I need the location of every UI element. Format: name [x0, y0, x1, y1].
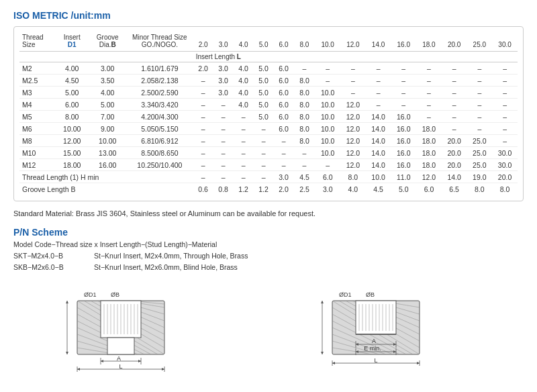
table-cell: – — [294, 159, 315, 171]
thread-length-cell: 20.0 — [492, 171, 518, 183]
table-cell: 12.0 — [340, 123, 366, 135]
table-cell: – — [391, 75, 416, 87]
table-cell: 12.0 — [340, 111, 366, 123]
table-cell: – — [315, 159, 340, 171]
table-cell: – — [254, 135, 274, 147]
table-row: M35.004.002.500/2.590–3.04.05.06.08.010.… — [19, 87, 518, 99]
col-6: 6.0 — [274, 32, 294, 52]
skt-diagram: ØD1 ØB — [64, 287, 218, 392]
table-cell: 5.0 — [254, 111, 274, 123]
table-cell: – — [366, 99, 391, 111]
e-label-skb: E min. — [364, 345, 381, 352]
groove-length-cell: 0.8 — [213, 183, 234, 195]
table-cell: 8.0 — [294, 75, 315, 87]
pn-desc: St−Knurl Insert, M2x4.0mm, Through Hole,… — [94, 250, 248, 262]
table-cell: 4.00 — [89, 87, 126, 99]
table-cell: 3.50 — [89, 75, 126, 87]
table-cell: 5.0 — [254, 87, 274, 99]
col-minor-thread: Minor Thread SizeGO./NOGO. — [126, 32, 193, 52]
table-cell: – — [442, 62, 467, 75]
table-cell: – — [274, 159, 294, 171]
table-cell: 8.0 — [294, 111, 315, 123]
table-cell: 10.0 — [315, 111, 340, 123]
pn-desc: St−Knurl Insert, M2x6.0mm, Blind Hole, B… — [94, 262, 238, 274]
table-cell: 18.0 — [416, 123, 442, 135]
groove-length-cell: 2.5 — [294, 183, 315, 195]
col-3: 3.0 — [213, 32, 234, 52]
table-cell: – — [193, 159, 213, 171]
pn-examples: SKT−M2x4.0−BSt−Knurl Insert, M2x4.0mm, T… — [13, 250, 524, 275]
table-cell: – — [340, 75, 366, 87]
table-cell: – — [391, 62, 416, 75]
svg-marker-90 — [321, 301, 324, 303]
table-row: M1015.0013.008.500/8.650––––––10.012.014… — [19, 147, 518, 159]
thread-length-cell: 14.0 — [442, 171, 467, 183]
table-row: M46.005.003.340/3.420––4.05.06.08.010.01… — [19, 99, 518, 111]
table-cell: 6.810/6.912 — [126, 135, 193, 147]
groove-length-cell: 1.2 — [234, 183, 254, 195]
table-cell: 6.0 — [274, 99, 294, 111]
a-label-skb: A — [372, 338, 376, 344]
table-cell: – — [234, 111, 254, 123]
table-cell: 2.0 — [193, 62, 213, 75]
table-cell: – — [315, 75, 340, 87]
table-cell: 2.058/2.138 — [126, 75, 193, 87]
groove-length-cell: 8.0 — [492, 183, 518, 195]
table-cell: 25.0 — [467, 159, 492, 171]
table-cell: 18.0 — [416, 147, 442, 159]
pn-example: SKB−M2x6.0−BSt−Knurl Insert, M2x6.0mm, B… — [13, 262, 524, 274]
col-30: 30.0 — [492, 32, 518, 52]
table-cell: – — [234, 123, 254, 135]
groove-length-cell: 0.6 — [193, 183, 213, 195]
table-cell: – — [340, 62, 366, 75]
table-cell: M4 — [19, 99, 55, 111]
table-cell: – — [416, 75, 442, 87]
table-cell: – — [492, 111, 518, 123]
table-cell: 4.0 — [234, 62, 254, 75]
svg-marker-36 — [162, 368, 164, 371]
table-cell: – — [467, 111, 492, 123]
thread-length-label: Thread Length (1) H min — [19, 171, 193, 183]
table-cell: 9.00 — [89, 123, 126, 135]
pn-code: SKB−M2x6.0−B — [13, 262, 81, 274]
table-cell: – — [213, 123, 234, 135]
table-row: M812.0010.006.810/6.912–––––8.010.012.01… — [19, 135, 518, 147]
table-cell: M8 — [19, 135, 55, 147]
table-row: M24.003.001.610/1.6792.03.04.05.06.0––––… — [19, 62, 518, 75]
table-cell: – — [391, 87, 416, 99]
table-cell: – — [416, 99, 442, 111]
table-row: M2.54.503.502.058/2.138–3.04.05.06.08.0–… — [19, 75, 518, 87]
table-cell: – — [492, 99, 518, 111]
svg-marker-32 — [101, 360, 103, 362]
table-cell: – — [193, 87, 213, 99]
od1-label-right: ØD1 — [339, 291, 352, 298]
col-20: 20.0 — [442, 32, 467, 52]
table-cell: 8.0 — [294, 123, 315, 135]
table-cell: – — [234, 159, 254, 171]
thread-length-cell: 10.0 — [366, 171, 391, 183]
table-row: M1218.0016.0010.250/10.400–––––––12.014.… — [19, 159, 518, 171]
table-cell: 8.00 — [55, 111, 89, 123]
table-cell: 12.0 — [340, 147, 366, 159]
groove-length-cell: 5.0 — [391, 183, 416, 195]
table-cell: M6 — [19, 123, 55, 135]
col-thread-size: ThreadSize — [19, 32, 55, 52]
table-cell: – — [366, 75, 391, 87]
table-cell: – — [274, 135, 294, 147]
table-cell: 3.0 — [213, 87, 234, 99]
table-cell: 25.0 — [467, 135, 492, 147]
table-cell: 8.0 — [294, 87, 315, 99]
table-cell: 12.0 — [340, 135, 366, 147]
table-cell: – — [416, 111, 442, 123]
table-cell: – — [254, 159, 274, 171]
table-cell: – — [442, 99, 467, 111]
thread-length-cell: – — [234, 171, 254, 183]
table-cell: – — [340, 87, 366, 99]
table-cell: 20.0 — [442, 147, 467, 159]
section-title: ISO METRIC /unit:mm — [13, 10, 524, 21]
groove-length-cell: 8.0 — [467, 183, 492, 195]
thread-length-row: Thread Length (1) H min––––3.04.56.08.01… — [19, 171, 518, 183]
groove-length-cell: 4.5 — [366, 183, 391, 195]
table-cell: – — [294, 147, 315, 159]
table-cell: M5 — [19, 111, 55, 123]
